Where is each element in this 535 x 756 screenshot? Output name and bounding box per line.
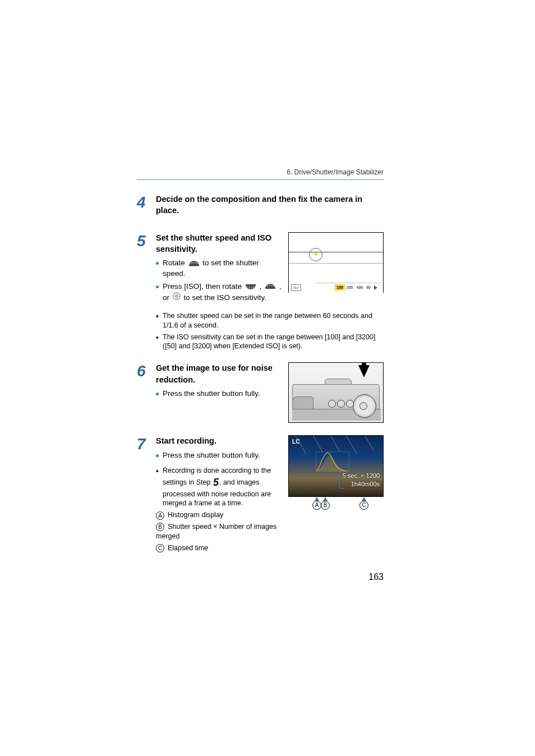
- step-7-title: Start recording.: [156, 435, 282, 446]
- label-C: C: [359, 501, 368, 510]
- step-7-ref-A: AHistogram display: [156, 510, 282, 520]
- step-7-figure: LC 5 sec. × 1200 1h40m00s: [288, 435, 384, 497]
- iso-scale: 100 200 400 80: [335, 284, 381, 291]
- label-A: A: [312, 501, 321, 510]
- step-7-number: 7: [137, 435, 156, 452]
- rear-dial-icon: [265, 284, 276, 289]
- step-5-number: 5: [137, 232, 156, 249]
- page-number: 163: [368, 572, 384, 582]
- label-B: B: [321, 501, 330, 510]
- step-6-title: Get the image to use for noise reduction…: [156, 362, 282, 385]
- step-5-bullet-2: Press [ISO], then rotate , , or to set t…: [156, 282, 282, 303]
- control-dial-icon: [173, 292, 181, 303]
- step-6: 6 Get the image to use for noise reducti…: [137, 362, 384, 423]
- flash-icon: ⚡: [312, 250, 319, 258]
- step-7-bullet-1: Press the shutter button fully.: [156, 450, 282, 461]
- step-7: 7 Start recording. Press the shutter but…: [137, 435, 384, 555]
- svg-point-12: [173, 293, 180, 299]
- step-6-bullet-1: Press the shutter button fully.: [156, 389, 282, 399]
- step-5-note-1: The shutter speed can be set in the rang…: [156, 311, 384, 330]
- iso-indicator: ISO: [291, 284, 301, 291]
- step-ref-5: 5: [213, 477, 219, 488]
- step-7-figure-labels: A B C: [288, 497, 384, 509]
- front-dial-icon: [245, 284, 256, 289]
- step-4: 4 Decide on the composition and then fix…: [137, 193, 384, 220]
- step-6-number: 6: [137, 362, 156, 379]
- step-5-figure: ⚡ ISO 100 200 400 80: [288, 232, 384, 293]
- rear-dial-icon: [188, 261, 200, 266]
- svg-point-13: [176, 295, 178, 297]
- lc-indicator: LC: [292, 438, 300, 446]
- step-5-notes: The shutter speed can be set in the rang…: [156, 311, 384, 352]
- press-arrow-icon: [358, 365, 370, 377]
- step-5: 5 Set the shutter speed and ISO sensitiv…: [137, 232, 384, 306]
- step-5-note-2: The ISO sensitivity can be set in the ra…: [156, 333, 384, 352]
- breadcrumb: 6. Drive/Shutter/Image Stabilizer: [137, 168, 384, 180]
- step-5-title: Set the shutter speed and ISO sensitivit…: [156, 232, 282, 255]
- step-5-bullet-1: Rotate to set the shutter speed.: [156, 258, 282, 279]
- step-7-note-1: Recording is done according to the setti…: [156, 466, 282, 508]
- step-4-title: Decide on the composition and then fix t…: [156, 193, 384, 216]
- step-7-ref-B: BShutter speed × Number of images merged: [156, 522, 282, 541]
- step-4-number: 4: [137, 193, 156, 210]
- page: 6. Drive/Shutter/Image Stabilizer 4 Deci…: [0, 0, 535, 756]
- overlay-line-1: 5 sec. × 1200: [343, 472, 380, 480]
- overlay-line-2: 1h40m00s: [351, 480, 380, 488]
- step-6-figure: [288, 362, 384, 423]
- step-7-ref-C: CElapsed time: [156, 543, 282, 553]
- histogram-icon: [316, 451, 349, 472]
